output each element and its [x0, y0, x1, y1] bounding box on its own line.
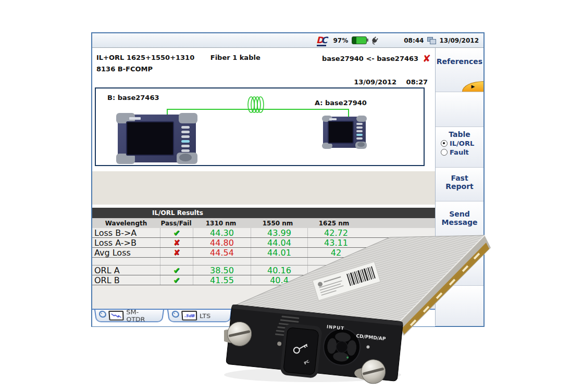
power-plug-icon: [369, 34, 381, 46]
row-label: Loss B->A: [92, 228, 160, 238]
result-timestamp: 13/09/2012 08:27: [346, 78, 428, 86]
pass-icon: ✔: [173, 228, 180, 238]
lts-db-icon: .5dB: [181, 311, 197, 321]
expand-arrow-button[interactable]: ▶: [462, 81, 483, 92]
clock: 08:44: [404, 37, 424, 44]
results-header-row: Wavelength Pass/Fail 1310 nm 1550 nm 162…: [92, 218, 435, 228]
radio-il-orl[interactable]: IL/ORL: [441, 140, 483, 147]
link-direction: base27940 <- base27463: [322, 55, 418, 62]
send-message-label: Send Message: [441, 210, 477, 226]
remote-pc-icon: [427, 37, 436, 44]
table-group-label: Table: [449, 130, 470, 138]
col-1625: 1625 nm: [306, 220, 362, 227]
col-passfail: Pass/Fail: [160, 220, 192, 227]
device-a-label: A: base27940: [315, 99, 367, 107]
logo-letter-blue: C: [321, 35, 327, 45]
radio-il-orl-label: IL/ORL: [450, 140, 474, 147]
fiber-coil-icon: [246, 94, 266, 116]
tab-status-icon: [98, 311, 106, 318]
radio-selected-icon: [441, 140, 448, 147]
tester-a-image: [323, 117, 366, 148]
tester-b-image: [118, 115, 196, 162]
tab-sm-otdr[interactable]: SM-OTDR: [94, 310, 164, 322]
row-label: Loss A->B: [92, 238, 160, 248]
radio-fault[interactable]: Fault: [441, 148, 483, 156]
fiber-label: Fiber 1 kable: [210, 54, 261, 61]
tab-label: SM-OTDR: [126, 308, 158, 323]
row-label: Avg Loss: [92, 248, 160, 258]
cdpmdap-module-photo: PC INPUT CD/PMD/AP: [224, 229, 518, 392]
tester-a-screen: [328, 121, 354, 144]
tab-label: LTS: [200, 312, 210, 319]
result-time: 08:27: [406, 78, 428, 86]
tab-status-icon: [171, 311, 179, 318]
result-date: 13/09/2012: [354, 78, 396, 86]
battery-percent: 97%: [333, 37, 349, 44]
link-diagram: B: base27463 A: base27940: [95, 87, 425, 166]
radio-fault-label: Fault: [450, 148, 469, 156]
spacer-panel: [92, 171, 435, 205]
col-wavelength: Wavelength: [92, 220, 160, 227]
tab-lts[interactable]: .5dB LTS: [167, 310, 232, 322]
row-label: ORL B: [92, 275, 160, 285]
pass-icon: ✔: [173, 265, 180, 275]
dc-logo: DC: [316, 36, 328, 45]
fast-report-button[interactable]: Fast Report: [436, 168, 483, 201]
table-select-group: Table IL/ORL Fault: [436, 127, 483, 168]
logo-underline: [317, 45, 326, 46]
sidebar-empty-cell: [436, 92, 483, 127]
otdr-trace-icon: [108, 311, 124, 321]
optical-connector-cap: PC: [280, 323, 322, 378]
device-b-label: B: base27463: [107, 94, 159, 102]
arrow-right-icon: ▶: [472, 84, 475, 89]
tester-b-screen: [126, 121, 174, 156]
date: 13/09/2012: [439, 37, 479, 44]
references-button[interactable]: References ▶: [436, 48, 483, 92]
pass-icon: ✔: [173, 275, 180, 285]
col-1550: 1550 nm: [250, 220, 306, 227]
fail-icon: ✘: [173, 248, 180, 257]
row-label: ORL A: [92, 265, 160, 275]
references-label: References: [437, 57, 482, 66]
battery-icon: [352, 36, 367, 44]
radio-unselected-icon: [441, 149, 448, 156]
job-id: 8136 B-FCOMP: [96, 65, 153, 73]
fail-icon: ✘: [173, 238, 180, 247]
col-1310: 1310 nm: [192, 220, 250, 227]
fail-status-icon: ✘: [423, 54, 431, 64]
test-title: IL+ORL 1625+1550+1310: [96, 54, 194, 61]
results-title: IL/ORL Results: [92, 208, 435, 218]
header-line-1: IL+ORL 1625+1550+1310 Fiber 1 kable base…: [96, 54, 431, 64]
status-bar: DC 97% 08:44 13/09/2012: [92, 33, 483, 48]
fast-report-label: Fast Report: [445, 174, 474, 191]
